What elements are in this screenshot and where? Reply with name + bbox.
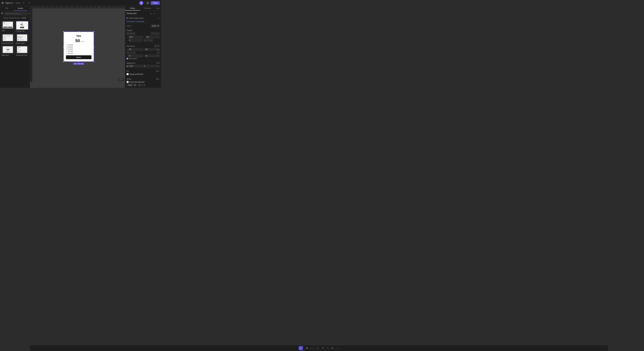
width-field: W — [126, 48, 143, 51]
svg-point-3 — [3, 3, 4, 4]
gap-input[interactable] — [128, 55, 143, 57]
flip-h[interactable]: ⇔ — [144, 39, 146, 42]
avatar[interactable]: U — [139, 1, 143, 5]
clip-content-label: Clip content — [129, 58, 137, 59]
list-item: •List item — [66, 48, 91, 50]
figma-logo[interactable] — [1, 1, 4, 4]
variant-select[interactable]: Stroke Fill — [150, 24, 160, 27]
price-value: 50 — [75, 38, 80, 43]
list-item[interactable]: ⏱ 100 Body text Stats Card — [1, 45, 14, 56]
opacity-input[interactable] — [129, 65, 143, 67]
zoom-percent[interactable]: 100% — [155, 6, 161, 10]
size-label: 300 × 395 Hug — [73, 63, 84, 65]
redo-button[interactable]: ↪ — [27, 1, 31, 5]
auto-layout-section: Auto layout ⊞ ⊟ W H Hug ↓ → — [125, 44, 161, 61]
tab-prototype[interactable]: Prototype — [140, 6, 155, 10]
play-button[interactable]: ▶ — [146, 1, 150, 5]
blur-field: ⊞ — [143, 65, 160, 67]
component-icon[interactable]: ◈ — [149, 12, 152, 15]
align-right[interactable]: ⊠ — [132, 32, 135, 35]
more-align[interactable]: ⊕ — [150, 39, 153, 42]
search-input[interactable] — [4, 12, 28, 15]
fill-section: Fill ⊞ + Background/Default/... — [125, 69, 161, 76]
resize-handle-tr[interactable] — [94, 31, 94, 32]
stroke-grid-icon[interactable]: ⊞ — [156, 78, 158, 80]
y-input[interactable] — [145, 36, 160, 38]
list-item[interactable]: Title $50/mo • List item Button Pricing … — [16, 21, 29, 32]
fill-name: Background/Default/... — [130, 73, 160, 75]
dir-wrap[interactable]: ↵ — [133, 51, 136, 54]
undo-button[interactable]: ↩ — [22, 1, 26, 5]
svg-rect-1 — [3, 2, 4, 3]
tab-file[interactable]: File — [0, 6, 14, 11]
component-thumb-pricing: Title $50/mo • List item Button — [16, 21, 28, 30]
tab-assets[interactable]: Assets — [14, 6, 27, 11]
resize-handle-tl[interactable] — [63, 31, 64, 32]
align-center-v[interactable]: ⊥ — [154, 32, 156, 35]
external-link-icon[interactable]: ↗ — [145, 21, 146, 22]
rotation-input[interactable] — [128, 39, 142, 42]
list-item[interactable]: Title Button Card — [1, 21, 14, 32]
sidebar-options[interactable]: ⋮ — [27, 6, 30, 11]
component-label-testimonial: Testimonial Card — [16, 54, 29, 56]
detach-icon[interactable]: ⊟ — [153, 12, 156, 15]
share-button[interactable]: Share — [151, 1, 160, 5]
eye-icon[interactable]: 👁 — [156, 62, 158, 64]
fill-grid-icon[interactable]: ⊞ — [156, 70, 158, 72]
card-button[interactable]: Button — [66, 55, 92, 59]
flip-v[interactable]: ⇕ — [147, 39, 150, 42]
coord-row-xy: X Y — [126, 36, 160, 38]
align-pack[interactable]: ≡ — [157, 51, 160, 54]
component-label-review: Review Card — [16, 42, 29, 44]
dir-down[interactable]: ↓ — [126, 51, 129, 54]
width-input[interactable] — [128, 48, 143, 51]
al-icon-1[interactable]: ⊞ — [154, 45, 157, 47]
stroke-width-input[interactable] — [138, 84, 143, 86]
resize-handle-br[interactable] — [94, 61, 94, 62]
clip-content-checkbox[interactable] — [126, 58, 128, 59]
stroke-expand[interactable]: ⊞ — [144, 84, 146, 86]
appearance-label: Appearance 👁 ◉ — [126, 62, 160, 64]
more-icon[interactable]: ⋯ — [156, 12, 160, 15]
canvas-area[interactable]: 730 750 800 850 900 950 1000 1050 1100 1… — [30, 6, 125, 88]
filter-icon[interactable]: ⊞ — [28, 13, 30, 14]
blur-input[interactable] — [143, 65, 157, 67]
align-top[interactable]: ⊤ — [151, 32, 154, 35]
view-icon[interactable]: ◉ — [158, 62, 160, 64]
component-thumb-testimonial: "Quote" Title Description Title — [16, 45, 29, 54]
dir-right[interactable]: → — [130, 51, 132, 54]
zoom-label[interactable]: 100% — [118, 79, 124, 81]
al-icon-2[interactable]: ⊟ — [157, 45, 160, 47]
align-bottom[interactable]: ⊦ — [157, 32, 160, 35]
stroke-position-select[interactable]: Inside Center Outside — [126, 84, 136, 86]
app-name: Figma AI — [6, 2, 12, 4]
fill-add-icon[interactable]: + — [158, 70, 160, 72]
padding-expand[interactable]: ⊞ — [158, 55, 160, 57]
hug-label[interactable]: Hug — [156, 48, 160, 50]
list-item[interactable]: Product Info Card — [1, 33, 14, 44]
stroke-swatch[interactable] — [126, 81, 129, 83]
list-item[interactable]: "Quote" Title Description Title Testimon… — [16, 45, 29, 56]
pricing-card[interactable]: Title $ 50 / mo •List item •List item •L… — [64, 32, 94, 61]
panel-icons: ◈ ⊟ ⋯ — [149, 12, 160, 15]
component-thumb-stats: ⏱ 100 Body text — [1, 45, 14, 54]
stroke-add-icon[interactable]: + — [158, 78, 160, 80]
library-info-icon[interactable]: i — [158, 17, 160, 19]
padding-input[interactable] — [145, 55, 157, 57]
pricing-card-container[interactable]: Title $ 50 / mo •List item •List item •L… — [64, 32, 94, 61]
component-label-product: Product Info Card — [1, 42, 14, 44]
resize-handle-bl[interactable] — [63, 61, 64, 62]
view-library-link[interactable]: View library in Community — [126, 21, 144, 22]
blur-expand[interactable]: ⊞ — [158, 65, 160, 67]
list-item[interactable]: ★★★★★ Review title Review body Reviewer … — [16, 33, 29, 44]
align-center-h[interactable]: ⊟ — [130, 32, 132, 35]
height-input[interactable] — [144, 48, 156, 51]
x-input[interactable] — [128, 36, 143, 38]
appearance-section: Appearance 👁 ◉ ⊞ — [125, 61, 161, 69]
tab-design[interactable]: Design — [125, 6, 140, 10]
auto-layout-label: Auto layout ⊞ ⊟ — [126, 45, 160, 47]
canvas-content[interactable]: Title $ 50 / mo •List item •List item •L… — [32, 8, 125, 88]
breadcrumb-parent[interactable]: Simple Design System — [3, 17, 20, 19]
fill-swatch[interactable] — [126, 73, 129, 75]
align-left[interactable]: ⊞ — [126, 32, 129, 35]
